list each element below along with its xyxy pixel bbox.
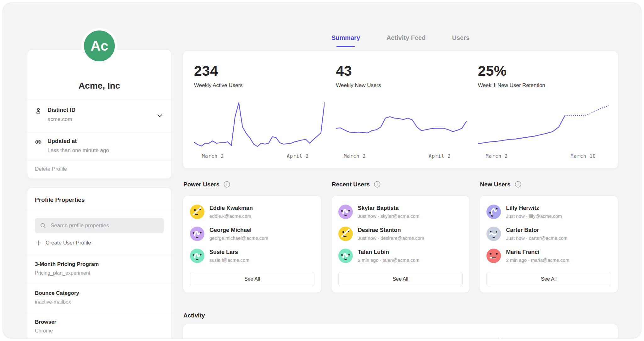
- axis-label-left: March 2: [344, 153, 366, 159]
- distinct-id-value: acme.com: [47, 116, 153, 123]
- section-card: Lilly HerwitzJust now · lilly@acme.comCa…: [479, 195, 618, 293]
- tab-users[interactable]: Users: [452, 34, 470, 47]
- axis-label-right: March 10: [571, 153, 596, 159]
- property-value: Pricing_plan_experiment: [35, 270, 164, 276]
- activity-stat-2: 240: [336, 335, 466, 338]
- stat-label: Weekly New Users: [336, 82, 466, 89]
- user-avatar: [486, 249, 501, 263]
- updated-at-row: Updated at Less than one minute ago: [27, 132, 171, 161]
- person-icon: [34, 107, 42, 115]
- user-avatar: [190, 249, 204, 263]
- section-title: Power Users: [183, 181, 219, 188]
- property-value: Chrome: [35, 328, 164, 334]
- user-row-carter-bator[interactable]: Carter BatorJust now · carter@acme.com: [486, 227, 611, 241]
- weekly-active-users-chart: [194, 99, 325, 150]
- stat-label: Week 1 New User Retention: [478, 82, 608, 89]
- stat-weekly-new-users: 43 Weekly New Users March 2 April 2: [336, 63, 466, 168]
- user-subtext: Just now · lilly@acme.com: [506, 213, 562, 219]
- user-row-talan-lubin[interactable]: Talan Lubin2 min ago · talan@acme.com: [338, 249, 463, 263]
- chart-axis-labels: March 2 April 2: [336, 153, 466, 160]
- user-text: Talan Lubin2 min ago · talan@acme.com: [358, 249, 419, 263]
- user-row-skylar-baptista[interactable]: Skylar BaptistaJust now · skyler@acme.co…: [338, 205, 463, 219]
- user-text: Desirae StantonJust now · desirare@acme.…: [358, 227, 424, 241]
- axis-label-right: April 2: [287, 153, 309, 159]
- user-avatar: [338, 227, 353, 241]
- user-text: Maria Franci2 min ago · maria@acme.com: [506, 249, 569, 263]
- chevron-down-icon[interactable]: [156, 112, 164, 120]
- user-subtext: Just now · carter@acme.com: [506, 235, 567, 241]
- user-name: Lilly Herwitz: [506, 205, 562, 212]
- user-subtext: george.michael@acme.com: [209, 235, 268, 241]
- property-item-browser[interactable]: BrowserChrome: [27, 312, 171, 338]
- info-icon[interactable]: [514, 181, 522, 188]
- user-subtext: eddie.k@acme.com: [209, 213, 253, 219]
- property-label: Browser: [35, 319, 164, 325]
- user-text: Carter BatorJust now · carter@acme.com: [506, 227, 567, 241]
- user-row-george-michael[interactable]: George Michaelgeorge.michael@acme.com: [190, 227, 314, 241]
- profile-card: Acme, Inc Distinct ID acme.com Updated a…: [27, 50, 172, 179]
- user-text: Susie Larssusie.l@acme.com: [209, 249, 249, 263]
- search-input[interactable]: [51, 223, 159, 229]
- week1-retention-chart: [478, 99, 608, 150]
- activity-stat-1: 234: [194, 335, 325, 338]
- user-row-desirae-stanton[interactable]: Desirae StantonJust now · desirare@acme.…: [338, 227, 463, 241]
- activity-section-title: Activity: [183, 312, 205, 319]
- section-header: Recent Users: [332, 181, 470, 188]
- property-label: Bounce Category: [35, 290, 164, 296]
- user-name: Skylar Baptista: [358, 205, 419, 212]
- user-row-maria-franci[interactable]: Maria Franci2 min ago · maria@acme.com: [486, 249, 611, 263]
- user-row-susie-lars[interactable]: Susie Larssusie.l@acme.com: [190, 249, 314, 263]
- distinct-id-row: Distinct ID acme.com: [27, 99, 171, 132]
- property-item-bounce-category[interactable]: Bounce Categoryinactive-mailbox: [27, 283, 171, 312]
- stat-value: 234: [194, 63, 325, 79]
- stat-value: 43: [336, 63, 466, 79]
- user-subtext: susie.l@acme.com: [209, 257, 249, 263]
- summary-card: 234 Weekly Active Users March 2 April 2 …: [183, 51, 618, 169]
- company-name: Acme, Inc: [79, 81, 120, 91]
- see-all-button[interactable]: See All: [486, 272, 611, 286]
- search-icon: [39, 222, 47, 229]
- user-avatar: [190, 227, 204, 241]
- see-all-button[interactable]: See All: [190, 272, 314, 286]
- app-frame: Ac Acme, Inc Distinct ID acme.com: [3, 3, 641, 338]
- user-subtext: Just now · desirare@acme.com: [358, 235, 424, 241]
- section-title: New Users: [480, 181, 510, 188]
- create-user-profile-button[interactable]: Create User Profile: [35, 239, 164, 246]
- user-text: Eddie Kwakmaneddie.k@acme.com: [209, 205, 253, 219]
- chart-axis-labels: March 2 March 10: [478, 153, 608, 160]
- user-subtext: Just now · skyler@acme.com: [358, 213, 419, 219]
- info-icon[interactable]: [223, 181, 230, 188]
- user-name: Carter Bator: [506, 227, 567, 234]
- property-item-3-month-pricing-program[interactable]: 3-Month Pricing ProgramPricing_plan_expe…: [27, 254, 171, 283]
- delete-profile-button[interactable]: Delete Profile: [27, 161, 171, 179]
- plus-icon: [35, 239, 42, 246]
- info-icon[interactable]: [374, 181, 381, 188]
- see-all-button[interactable]: See All: [338, 272, 463, 286]
- section-recent-users: Recent UsersSkylar BaptistaJust now · sk…: [331, 181, 470, 293]
- user-text: Lilly HerwitzJust now · lilly@acme.com: [506, 205, 562, 219]
- section-new-users: New UsersLilly HerwitzJust now · lilly@a…: [479, 181, 618, 293]
- user-avatar: [486, 205, 501, 219]
- section-header: New Users: [480, 181, 618, 188]
- divider: [27, 211, 171, 211]
- property-value: inactive-mailbox: [35, 299, 164, 305]
- user-row-eddie-kwakman[interactable]: Eddie Kwakmaneddie.k@acme.com: [190, 205, 314, 219]
- profile-properties-card: Profile Properties Create User Profile 3…: [27, 187, 172, 338]
- tab-summary[interactable]: Summary: [331, 34, 360, 47]
- user-name: Desirae Stanton: [358, 227, 424, 234]
- profile-properties-list: 3-Month Pricing ProgramPricing_plan_expe…: [27, 254, 171, 338]
- profile-properties-search[interactable]: [35, 218, 164, 233]
- create-user-profile-label: Create User Profile: [46, 240, 91, 246]
- section-card: Eddie Kwakmaneddie.k@acme.comGeorge Mich…: [183, 195, 322, 293]
- tab-activity-feed[interactable]: Activity Feed: [386, 34, 425, 47]
- stat-label: Weekly Active Users: [194, 82, 325, 89]
- profile-properties-title: Profile Properties: [27, 188, 171, 211]
- user-text: Skylar BaptistaJust now · skyler@acme.co…: [358, 205, 419, 219]
- user-avatar: [338, 249, 353, 263]
- section-header: Power Users: [183, 181, 322, 188]
- section-title: Recent Users: [332, 181, 370, 188]
- axis-label-left: March 2: [486, 153, 508, 159]
- section-power-users: Power UsersEddie Kwakmaneddie.k@acme.com…: [183, 181, 322, 293]
- user-row-lilly-herwitz[interactable]: Lilly HerwitzJust now · lilly@acme.com: [486, 205, 611, 219]
- property-label: 3-Month Pricing Program: [35, 261, 164, 267]
